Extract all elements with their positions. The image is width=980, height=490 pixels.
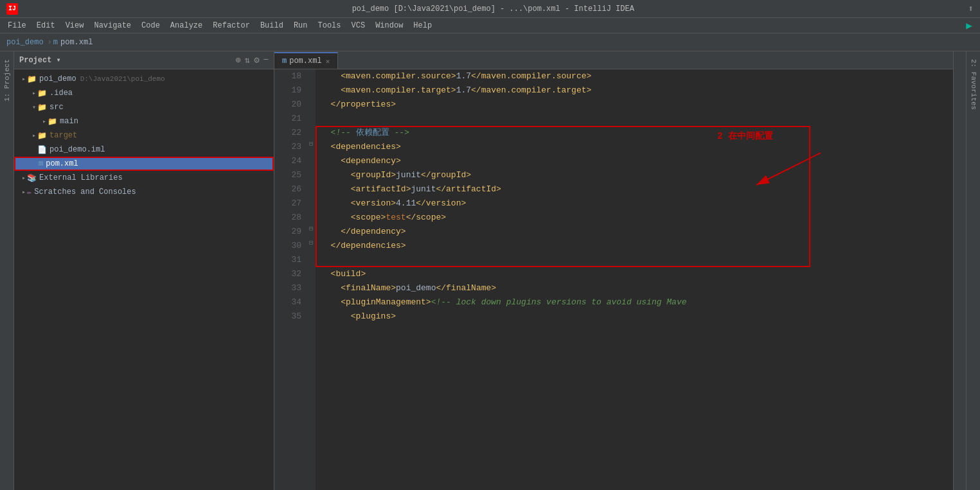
folder-icon: 📁 — [27, 74, 37, 84]
tab-label: pom.xml — [289, 57, 321, 66]
main-layout: 1: Project Project ▾ ⊕ ⇅ ⚙ − ▸ 📁 poi_dem… — [0, 51, 980, 490]
line-num-34: 34 — [277, 295, 301, 310]
menu-tools[interactable]: Tools — [313, 20, 346, 31]
tree-item-idea[interactable]: ▸ 📁 .idea — [14, 86, 274, 100]
tree-item-label: pom.xml — [46, 159, 78, 168]
tree-item-path: D:\Java2021\poi_demo — [80, 75, 165, 83]
breadcrumb-project[interactable]: poi_demo — [6, 38, 44, 47]
tree-arrow: ▸ — [42, 118, 46, 125]
line-num-24: 24 — [277, 154, 301, 168]
menu-refactor[interactable]: Refactor — [208, 20, 255, 31]
tree-arrow: ▸ — [32, 89, 36, 97]
menu-code[interactable]: Code — [136, 20, 165, 31]
xml-icon: m — [39, 159, 43, 168]
tree-item-label: External Libraries — [39, 173, 123, 182]
folder-icon: 📁 — [37, 103, 47, 112]
code-line-33: <finalName>poi_demo</finalName> — [321, 281, 948, 295]
tree-arrow: ▸ — [32, 132, 36, 139]
line-num-35: 35 — [277, 310, 301, 324]
project-panel-title: Project ▾ — [19, 55, 61, 65]
code-line-25: <groupId>junit</groupId> — [321, 168, 948, 182]
project-panel-header: Project ▾ ⊕ ⇅ ⚙ − — [14, 51, 274, 69]
tree-item-root[interactable]: ▸ 📁 poi_demo D:\Java2021\poi_demo — [14, 72, 274, 86]
line-num-20: 20 — [277, 98, 301, 112]
line-num-32: 32 — [277, 267, 301, 281]
tree-item-target[interactable]: ▸ 📁 target — [14, 128, 274, 143]
tree-arrow: ▸ — [22, 174, 26, 182]
line-num-18: 18 — [277, 69, 301, 83]
tree-item-label: poi_demo.iml — [49, 145, 105, 154]
menu-navigate[interactable]: Navigate — [89, 20, 136, 31]
line-num-28: 28 — [277, 211, 301, 225]
title-bar: IJ poi_demo [D:\Java2021\poi_demo] - ...… — [0, 0, 980, 18]
tree-item-label: main — [60, 117, 78, 126]
code-line-30: </dependencies> — [321, 239, 948, 253]
file-icon: 📄 — [37, 145, 47, 155]
tree-item-iml[interactable]: ▸ 📄 poi_demo.iml — [14, 143, 274, 157]
menu-run[interactable]: Run — [289, 20, 313, 31]
tab-pomxml[interactable]: m pom.xml ✕ — [274, 52, 338, 69]
tree-item-external-libs[interactable]: ▸ 📚 External Libraries — [14, 171, 274, 185]
run-icon[interactable]: ▶ — [961, 18, 977, 33]
menu-bar: File Edit View Navigate Code Analyze Ref… — [0, 18, 980, 33]
code-line-35: <plugins> — [321, 310, 948, 324]
menu-analyze[interactable]: Analyze — [165, 20, 208, 31]
code-line-24: <dependency> — [321, 154, 948, 168]
tree-item-label: target — [49, 131, 77, 140]
menu-help[interactable]: Help — [408, 20, 437, 31]
breadcrumb-file[interactable]: pom.xml — [60, 38, 93, 47]
folder-icon: 📁 — [48, 117, 57, 127]
tree-item-label: src — [49, 103, 64, 112]
code-line-27: <version>4.11</version> — [321, 197, 948, 211]
code-line-18: <maven.compiler.source>1.7</maven.compil… — [321, 69, 948, 83]
code-line-31 — [321, 253, 948, 267]
line-num-31: 31 — [277, 253, 301, 267]
add-icon[interactable]: ⊕ — [235, 55, 240, 66]
maximize-icon[interactable]: ⬆ — [968, 3, 974, 14]
editor-area: m pom.xml ✕ 18 19 20 21 22 23 24 25 26 2… — [274, 51, 953, 490]
line-num-19: 19 — [277, 83, 301, 98]
line-num-23: 23 — [277, 140, 301, 154]
breadcrumb-sep: › — [48, 38, 52, 47]
project-panel-actions: ⊕ ⇅ ⚙ − — [235, 55, 269, 66]
code-line-19: <maven.compiler.target>1.7</maven.compil… — [321, 83, 948, 98]
tree-item-main[interactable]: ▸ 📁 main — [14, 114, 274, 128]
code-line-32: <build> — [321, 267, 948, 281]
project-panel: Project ▾ ⊕ ⇅ ⚙ − ▸ 📁 poi_demo D:\Java20… — [14, 51, 274, 490]
menu-file[interactable]: File — [3, 20, 31, 31]
line-num-22: 22 — [277, 126, 301, 140]
external-libs-icon: 📚 — [27, 173, 37, 183]
tree-arrow: ▾ — [32, 103, 36, 111]
tree-item-pomxml[interactable]: ▸ m pom.xml — [14, 157, 274, 171]
tree-item-label: poi_demo — [39, 74, 76, 83]
favorites-tab[interactable]: 2: Favorites — [968, 54, 979, 115]
menu-view[interactable]: View — [60, 20, 89, 31]
sync-icon[interactable]: ⇅ — [245, 55, 250, 66]
code-editor[interactable]: <maven.compiler.source>1.7</maven.compil… — [316, 69, 953, 490]
code-line-21 — [321, 112, 948, 126]
settings-icon[interactable]: ⚙ — [254, 55, 259, 66]
tree-item-src[interactable]: ▾ 📁 src — [14, 100, 274, 114]
project-panel-tab[interactable]: 1: Project — [2, 54, 12, 107]
code-line-22: <!-- 依赖配置 --> — [321, 126, 948, 140]
project-tree: ▸ 📁 poi_demo D:\Java2021\poi_demo ▸ 📁 .i… — [14, 69, 274, 490]
menu-edit[interactable]: Edit — [31, 20, 60, 31]
line-num-29: 29 — [277, 225, 301, 239]
menu-vcs[interactable]: VCS — [346, 20, 371, 31]
window-title: poi_demo [D:\Java2021\poi_demo] - ...\po… — [23, 4, 963, 13]
left-panel-strip: 1: Project — [0, 51, 14, 490]
favorites-strip: 2: Favorites — [966, 51, 980, 490]
tab-close-button[interactable]: ✕ — [326, 57, 330, 66]
menu-window[interactable]: Window — [370, 20, 408, 31]
code-line-26: <artifactId>junit</artifactId> — [321, 182, 948, 197]
menu-build[interactable]: Build — [255, 20, 289, 31]
tree-item-scratches[interactable]: ▸ ✏ Scratches and Consoles — [14, 185, 274, 199]
minimize-icon[interactable]: − — [263, 55, 269, 66]
line-num-21: 21 — [277, 112, 301, 126]
code-container[interactable]: 18 19 20 21 22 23 24 25 26 27 28 29 30 3… — [274, 69, 953, 490]
code-line-34: <pluginManagement><!-- lock down plugins… — [321, 295, 948, 310]
line-num-33: 33 — [277, 281, 301, 295]
tab-xml-icon: m — [282, 57, 287, 66]
tree-item-label: .idea — [49, 89, 73, 98]
line-numbers: 18 19 20 21 22 23 24 25 26 27 28 29 30 3… — [274, 69, 307, 490]
